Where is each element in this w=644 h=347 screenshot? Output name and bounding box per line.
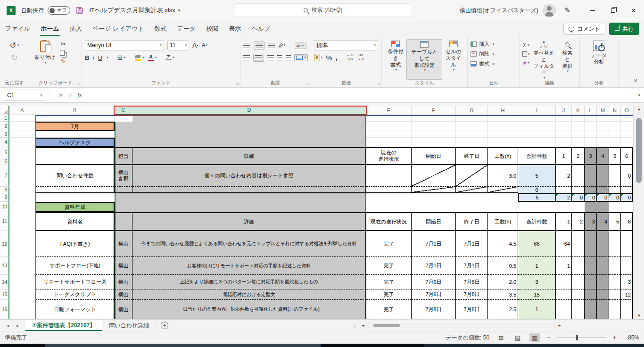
cell-O15[interactable]: 12 [621, 289, 633, 300]
cell-I7[interactable]: 5 [518, 165, 556, 187]
cell-I5[interactable]: 合計件数 [518, 147, 556, 165]
vertical-scrollbar[interactable]: ▲ ▼ [633, 106, 644, 319]
cell-L11[interactable]: 3 [585, 212, 597, 231]
cell-L14[interactable] [585, 275, 597, 289]
vertical-scroll-thumb[interactable] [636, 118, 642, 183]
cell-F5[interactable]: 開始日 [412, 147, 456, 165]
cell-B8[interactable] [35, 187, 115, 193]
phonetic-guide-button[interactable]: ア▾ [165, 55, 174, 60]
cell-B13[interactable]: サポートフロー(下地) [35, 257, 115, 275]
zoom-in-button[interactable]: + [613, 334, 617, 341]
row-header-3[interactable]: 3 [0, 131, 9, 138]
document-title[interactable]: ITヘルプデスク月間集計表.xlsx [89, 6, 175, 15]
clipboard-dialog-launcher[interactable]: ◿ [77, 82, 80, 86]
align-top-icon[interactable] [243, 43, 250, 48]
cell-C1[interactable] [115, 115, 132, 122]
page-break-preview-icon[interactable]: ▥ [529, 333, 540, 342]
cell-M7[interactable] [597, 165, 609, 187]
minimize-button[interactable] [582, 0, 603, 21]
cell-E5[interactable]: 現在の 進行状況 [366, 147, 412, 165]
alignment-dialog-launcher[interactable]: ◿ [306, 82, 309, 86]
insert-function-button[interactable]: fx [75, 91, 84, 99]
avatar[interactable] [543, 4, 556, 17]
cell-C15[interactable]: 横山 [115, 289, 132, 300]
italic-button[interactable]: I [92, 54, 94, 61]
cell-N14[interactable] [609, 275, 621, 289]
row-header-10[interactable]: 10 [0, 202, 9, 212]
cell-O13[interactable] [621, 257, 633, 275]
decrease-decimal-button[interactable]: .00 →.0 [357, 53, 364, 62]
cell-M16[interactable] [597, 300, 609, 319]
cell-K15[interactable] [572, 289, 585, 300]
cell-E7[interactable] [366, 165, 412, 187]
cut-button[interactable]: ✂ [60, 41, 67, 48]
pen-icon[interactable]: ✎ [564, 6, 570, 15]
cell-J15[interactable] [556, 289, 572, 300]
cell-N12[interactable] [609, 231, 621, 257]
cell-O9[interactable]: 0 [621, 193, 633, 202]
cell-K7[interactable] [572, 165, 585, 187]
row-header-5[interactable]: 5 [0, 147, 9, 158]
hscroll-left-icon[interactable]: ◂ [362, 323, 364, 328]
zoom-level[interactable]: 85% [623, 334, 639, 341]
cell-O11[interactable]: 6 [621, 212, 633, 231]
cell-D7[interactable]: 個々の問い合わせ内容は別シート参照 [132, 165, 366, 187]
cell-M15[interactable] [597, 289, 609, 300]
cell-C8[interactable] [115, 187, 132, 193]
cell-O16[interactable] [621, 300, 633, 319]
sheet-prev-icon[interactable]: ◂ [7, 323, 9, 328]
cell-F11[interactable]: 開始日 [412, 212, 456, 231]
cell-F12[interactable]: 7月1日 [412, 231, 456, 257]
new-sheet-button[interactable]: + [161, 322, 168, 329]
underline-button[interactable]: U [98, 54, 102, 61]
cell-M14[interactable] [597, 275, 609, 289]
delete-cells-button[interactable]: 削除▾ [471, 50, 516, 58]
comma-style-button[interactable]: , [336, 53, 338, 62]
cell-K9[interactable]: 0 [572, 193, 585, 202]
collapse-ribbon-icon[interactable]: ∨ [634, 77, 637, 83]
cell-I12[interactable]: 66 [518, 231, 556, 257]
cell-M13[interactable] [597, 257, 609, 275]
cell-C12[interactable]: 横山 [115, 231, 132, 257]
cell-K14[interactable] [572, 275, 585, 289]
tab-home[interactable]: ホーム [35, 21, 65, 37]
row-header-13[interactable]: 13 [0, 257, 9, 275]
cell-D12[interactable]: 今までの問い合わせ履歴とよくある問い合わせを元にトラブルとそれに対する対処法を列… [132, 231, 366, 257]
row-header-14[interactable]: 14 [0, 275, 9, 289]
col-header-B[interactable]: B [35, 106, 115, 115]
horizontal-scroll-thumb[interactable] [373, 324, 400, 327]
cell-N8[interactable] [609, 187, 621, 193]
cell-E14[interactable]: 完了 [366, 275, 412, 289]
cell-D13[interactable]: お客様向けにリモートサポート対応の手順を記述した資料 [132, 257, 366, 275]
cell-B14[interactable]: リモートサポートフロー図 [35, 275, 115, 289]
cell-M12[interactable] [597, 231, 609, 257]
conditional-formatting-button[interactable]: 条件付き 書式▾ [385, 39, 406, 80]
bold-button[interactable]: B [85, 54, 89, 61]
cell-K5[interactable]: 2 [572, 147, 585, 165]
cell-G13[interactable]: 7月1日 [456, 257, 488, 275]
align-right-icon[interactable] [267, 55, 274, 60]
restore-button[interactable] [603, 0, 623, 21]
cell-N16[interactable] [609, 300, 621, 319]
sort-filter-button[interactable]: AZ ▽ 並べ替えと フィルター▾ [530, 39, 558, 80]
cell-I15[interactable]: 15 [518, 289, 556, 300]
zoom-slider-thumb[interactable] [576, 335, 578, 340]
tab-file[interactable]: ファイル [0, 21, 35, 37]
cell-N9[interactable]: 0 [609, 193, 621, 202]
cell-C16[interactable]: 横山 [115, 300, 132, 319]
cell-N7[interactable] [609, 165, 621, 187]
cell-G5[interactable]: 終了日 [456, 147, 488, 165]
increase-indent-icon[interactable] [286, 55, 291, 60]
search-box[interactable]: 検索 (Alt+Q) [235, 3, 411, 17]
fill-color-button[interactable]: ▾ [134, 54, 145, 61]
cell-D11[interactable]: 詳細 [132, 212, 366, 231]
cell-N5[interactable]: 5 [609, 147, 621, 165]
data-count-label[interactable]: データの個数: 50 [446, 334, 489, 342]
row-header-16[interactable]: 16 [0, 300, 9, 319]
cell-J11[interactable]: 1 [556, 212, 572, 231]
tab-page-layout[interactable]: ページ レイアウト [87, 21, 149, 37]
autosave-toggle[interactable]: オフ [48, 6, 70, 15]
cell-C5[interactable]: 担当 [115, 147, 132, 165]
cell-I9[interactable]: 5 [518, 193, 556, 202]
col-header-O[interactable]: O [621, 106, 633, 115]
